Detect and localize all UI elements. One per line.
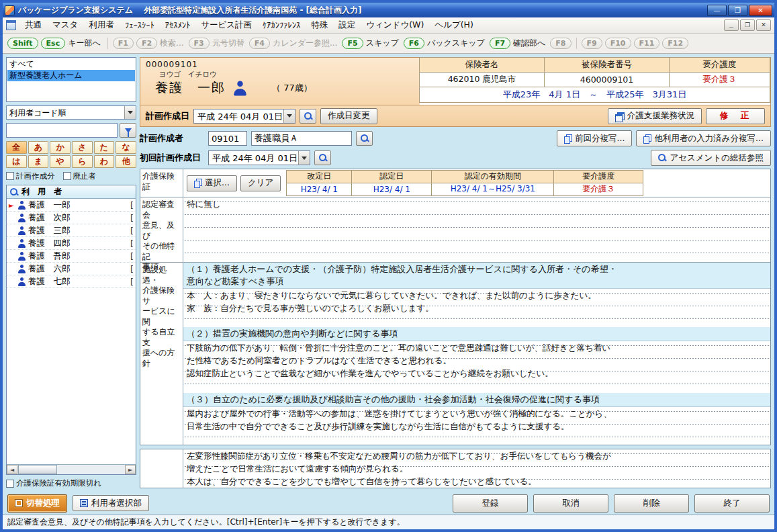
toolbar-separator: [576, 38, 577, 49]
policy-section2-textarea[interactable]: 下肢筋力の低下があり、転倒・骨折に十分注意のこと。耳の遠いことで意思疎通は難しい…: [183, 341, 770, 393]
user-select-section-button[interactable]: 利用者選択部: [73, 495, 149, 511]
window-maximize-button[interactable]: ❐: [728, 5, 747, 16]
switch-process-button[interactable]: 切替処理: [7, 494, 67, 513]
policy-section3-textarea[interactable]: 屋内および屋外での行事・活動等への参加は、迷惑を掛けてしまうという思いが強く消極…: [183, 407, 770, 445]
menu-item-user[interactable]: 利用者: [83, 17, 120, 33]
kana-button-all[interactable]: 全: [6, 141, 27, 154]
plan-date-search-button[interactable]: [300, 109, 316, 124]
window-close-button[interactable]: ✕: [749, 5, 772, 16]
key-f5[interactable]: F5: [342, 38, 363, 49]
insurance-card-clear-button[interactable]: クリア: [240, 175, 281, 191]
care-support-status-label: 介護支援業務状況: [627, 110, 694, 122]
kana-button-na[interactable]: な: [116, 141, 136, 154]
plan-author-code-input[interactable]: [208, 131, 247, 146]
kana-button-other[interactable]: 他: [116, 155, 136, 168]
user-list-item[interactable]: ► 養護 三郎 [: [7, 224, 136, 237]
assessment-summary-ref-button[interactable]: アセスメントの総括参照: [651, 150, 771, 166]
register-button[interactable]: 登録: [453, 494, 528, 513]
menu-item-service-plan[interactable]: サービス計画: [195, 17, 257, 33]
key-shift[interactable]: Shift: [7, 38, 38, 49]
menu-item-common[interactable]: 共通: [19, 17, 47, 33]
patient-header-block: 000009101 ヨウゴ イチロウ 養護 一郎 （ 77歳） 保険者名 被保険…: [140, 57, 771, 127]
exit-button[interactable]: 終了: [694, 494, 770, 513]
kana-filter-grid: 全 あ か さ た な は ま や ら わ 他: [6, 141, 136, 168]
user-row-tail: [: [130, 264, 134, 274]
modify-button[interactable]: 修 正: [706, 108, 765, 124]
insurance-info-table: 保険者名 被保険者番号 要介護度 462010 鹿児島市 4600009101 …: [420, 58, 770, 105]
user-name: 養護 六郎: [28, 263, 128, 275]
filter-insurance-expired[interactable]: 介護保険証有効期限切れ: [6, 478, 136, 488]
facility-item-home[interactable]: 新型養護老人ホーム: [7, 70, 135, 81]
menu-item-window[interactable]: ウィンドウ(W): [361, 17, 429, 33]
user-list-item[interactable]: ► 養護 四郎 [: [7, 237, 136, 250]
cancel-button[interactable]: 取消: [533, 494, 608, 513]
user-search-button[interactable]: [120, 123, 136, 138]
plan-author-name-input[interactable]: [251, 131, 352, 146]
kana-button-wa[interactable]: わ: [94, 155, 115, 168]
menu-item-settings[interactable]: 設定: [333, 17, 361, 33]
first-plan-date-search-button[interactable]: [314, 150, 331, 165]
delete-button[interactable]: 削除: [614, 494, 689, 513]
window-minimize-button[interactable]: —: [707, 5, 727, 16]
checkbox-icon[interactable]: [63, 172, 71, 180]
scroll-right-button[interactable]: ►: [125, 465, 136, 474]
sort-order-dropdown-button[interactable]: [124, 106, 136, 119]
menu-item-help[interactable]: ヘルプ(H): [429, 17, 479, 33]
kana-button-sa[interactable]: さ: [72, 141, 93, 154]
scrollbar-thumb[interactable]: [18, 465, 57, 474]
mdi-restore-button[interactable]: ❐: [740, 19, 755, 31]
user-list-item[interactable]: ► 養護 次郎 [: [7, 212, 136, 224]
user-list-horizontal-scrollbar[interactable]: ◄ ►: [7, 464, 136, 474]
menu-item-assessment[interactable]: ｱｾｽﾒﾝﾄ: [160, 18, 196, 32]
menu-item-master[interactable]: マスタ: [47, 17, 83, 33]
change-creation-date-button[interactable]: 作成日変更: [320, 108, 377, 124]
policy-section1-textarea[interactable]: 本 人：あまり、寝たきりにならないで元気に暮らしていきたい。できれば、また以前の…: [183, 289, 770, 327]
checkbox-icon[interactable]: [6, 480, 14, 488]
checkbox-icon[interactable]: [6, 172, 14, 180]
scrollbar-track[interactable]: [57, 465, 125, 474]
mdi-close-button[interactable]: ✕: [756, 19, 771, 31]
menu-item-special[interactable]: 特殊: [306, 17, 333, 33]
filter-plan-created[interactable]: 計画作成分: [6, 171, 55, 181]
mdi-minimize-button[interactable]: ＿: [724, 19, 739, 31]
plan-author-search-button[interactable]: [356, 131, 373, 146]
first-plan-date-dropdown-button[interactable]: [298, 151, 310, 165]
facility-item-all[interactable]: すべて: [7, 58, 135, 70]
user-list-header-label: 利 用 者: [21, 186, 62, 197]
menu-item-facesheet[interactable]: ﾌｪｰｽｼｰﾄ: [120, 18, 160, 32]
user-list-item[interactable]: ► 養護 六郎 [: [7, 263, 136, 275]
key-f6[interactable]: F6: [404, 38, 424, 49]
plan-date-dropdown-button[interactable]: [283, 109, 295, 123]
overview-textarea[interactable]: 左変形性膝関節症があり立位・移乗も不安定なため腰周りの筋力が低下しており、お手伝…: [183, 449, 770, 488]
filter-discontinued[interactable]: 廃止者: [63, 171, 97, 181]
windows-icon: [615, 112, 624, 120]
key-f7[interactable]: F7: [490, 38, 510, 49]
kana-button-a[interactable]: あ: [28, 141, 49, 154]
user-list-item[interactable]: ► 養護 七郎 [: [7, 275, 136, 288]
kana-button-ka[interactable]: か: [50, 141, 71, 154]
key-esc[interactable]: Esc: [41, 38, 66, 49]
scroll-left-button[interactable]: ◄: [7, 465, 17, 474]
sort-order-select[interactable]: 利用者コード順: [6, 105, 136, 120]
care-level-header: 要介護度: [553, 170, 643, 183]
menu-item-care-conference[interactable]: ｹｱｶﾝﾌｧﾚﾝｽ: [257, 18, 306, 32]
review-opinion-textarea[interactable]: 特に無し: [183, 197, 770, 262]
user-list: ► 養護 一郎 [ ► 養護 次郎 [ ► 養護 三郎 [: [7, 199, 136, 464]
first-plan-date-combobox[interactable]: 平成 24年 04月 01日: [208, 150, 310, 165]
search-icon: [304, 112, 312, 120]
copy-previous-button[interactable]: 前回分複写...: [557, 130, 632, 146]
kana-button-ta[interactable]: た: [94, 141, 115, 154]
user-search-input[interactable]: [6, 123, 118, 138]
key-f11: F11: [634, 38, 660, 49]
kana-button-ra[interactable]: ら: [72, 155, 93, 168]
care-support-status-button[interactable]: 介護支援業務状況: [608, 108, 702, 124]
user-list-item[interactable]: ► 養護 一郎 [: [7, 199, 136, 212]
insurance-card-select-button[interactable]: 選択...: [187, 175, 237, 191]
plan-date-combobox[interactable]: 平成 24年 04月 01日: [193, 109, 295, 124]
kana-button-ha[interactable]: は: [6, 155, 27, 168]
user-list-item[interactable]: ► 養護 吾郎 [: [7, 250, 136, 263]
facility-listbox[interactable]: すべて 新型養護老人ホーム: [6, 57, 136, 102]
kana-button-ma[interactable]: ま: [28, 155, 49, 168]
kana-button-ya[interactable]: や: [50, 155, 71, 168]
copy-from-other-user-button[interactable]: 他利用者の入力済み分複写...: [636, 130, 771, 146]
